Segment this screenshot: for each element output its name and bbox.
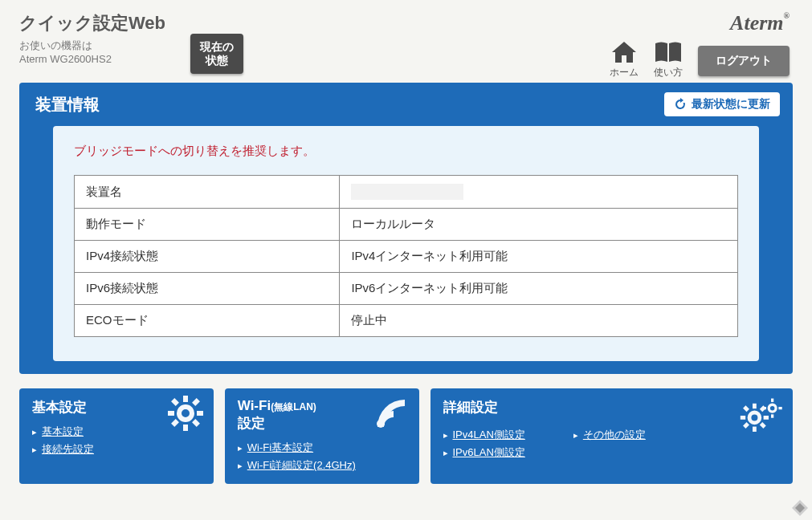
logout-button[interactable]: ログアウト [698, 46, 790, 76]
gears-icon [738, 395, 783, 432]
svg-point-9 [377, 420, 385, 428]
row-label: 装置名 [75, 176, 340, 209]
current-status-button[interactable]: 現在の 状態 [190, 34, 243, 74]
svg-rect-16 [753, 404, 757, 408]
link-ipv4-lan[interactable]: IPv4LAN側設定 [453, 429, 525, 441]
row-label: IPv4接続状態 [75, 241, 340, 273]
link-list: その他の設定 [573, 425, 646, 463]
link-wifi-detail-24[interactable]: Wi-Fi詳細設定(2.4GHz) [247, 459, 356, 471]
advanced-settings-card: 詳細設定 IPv4LAN側設定 IPv6LAN側設定 その他の設定 [430, 388, 794, 484]
table-row: 装置名 [75, 176, 738, 209]
svg-rect-18 [741, 416, 745, 420]
svg-rect-21 [760, 422, 766, 429]
list-item: Wi-Fi詳細設定(2.4GHz) [238, 458, 406, 473]
home-icon [610, 40, 638, 64]
panel-header: 装置情報 最新状態に更新 [19, 83, 793, 126]
table-row: 動作モード ローカルルータ [75, 209, 738, 241]
page-header: クイック設定Web お使いの機器は Aterm WG2600HS2 現在の 状態… [0, 0, 812, 73]
brand-logo: Aterm [730, 11, 790, 35]
refresh-button[interactable]: 最新状態に更新 [664, 92, 780, 116]
svg-rect-6 [192, 419, 200, 427]
row-label: 動作モード [75, 209, 340, 241]
row-label: ECOモード [75, 305, 340, 337]
link-columns: IPv4LAN側設定 IPv6LAN側設定 その他の設定 [443, 425, 781, 463]
svg-rect-3 [168, 411, 174, 416]
svg-rect-7 [192, 398, 200, 406]
svg-rect-1 [183, 396, 188, 402]
row-label: IPv6接続状態 [75, 273, 340, 305]
nav-home[interactable]: ホーム [610, 40, 639, 79]
table-row: IPv6接続状態 IPv6インターネット利用可能 [75, 273, 738, 305]
svg-rect-4 [197, 411, 203, 416]
svg-rect-23 [743, 422, 749, 429]
link-list: IPv4LAN側設定 IPv6LAN側設定 [443, 425, 525, 463]
link-list: Wi-Fi基本設定 Wi-Fi詳細設定(2.4GHz) [238, 441, 406, 473]
list-item: Wi-Fi基本設定 [238, 441, 406, 455]
panel-body: ブリッジモードへの切り替えを推奨します。 装置名 動作モード ローカルルータ I… [53, 126, 759, 361]
nav-howto[interactable]: 使い方 [653, 40, 683, 79]
list-item: IPv6LAN側設定 [443, 445, 525, 460]
row-value: ローカルルータ [340, 209, 738, 241]
link-connection-settings[interactable]: 接続先設定 [42, 443, 94, 455]
row-value: IPv4インターネット利用可能 [340, 241, 738, 273]
list-item: 接続先設定 [32, 442, 201, 457]
svg-point-0 [179, 407, 192, 420]
svg-rect-12 [771, 414, 773, 417]
svg-rect-19 [764, 416, 769, 420]
svg-rect-22 [760, 405, 766, 412]
row-value: 停止中 [340, 305, 738, 337]
svg-rect-17 [753, 427, 757, 432]
gear-icon [167, 395, 204, 432]
svg-rect-8 [171, 419, 179, 427]
link-basic-settings[interactable]: 基本設定 [42, 425, 84, 437]
device-info-panel: 装置情報 最新状態に更新 ブリッジモードへの切り替えを推奨します。 装置名 動作… [19, 83, 793, 374]
svg-rect-14 [778, 407, 781, 409]
wifi-icon [373, 395, 410, 432]
table-row: ECOモード 停止中 [75, 305, 738, 337]
link-ipv6-lan[interactable]: IPv6LAN側設定 [453, 446, 525, 458]
header-nav: ホーム 使い方 ログアウト [610, 40, 790, 79]
panel-title: 装置情報 [35, 94, 100, 116]
svg-rect-2 [183, 425, 188, 431]
svg-rect-5 [171, 398, 179, 406]
wifi-settings-card: Wi-Fi(無線LAN) 設定 Wi-Fi基本設定 Wi-Fi詳細設定(2.4G… [225, 388, 419, 484]
svg-point-10 [769, 404, 776, 412]
card-title: 詳細設定 [443, 398, 781, 416]
page-title: クイック設定Web [19, 11, 793, 35]
device-info-table: 装置名 動作モード ローカルルータ IPv4接続状態 IPv4インターネット利用… [74, 175, 738, 337]
settings-cards-row: 基本設定 基本設定 接続先設定 Wi-Fi(無線LAN) 設定 Wi-Fi基本設… [19, 388, 793, 484]
refresh-icon [674, 98, 687, 111]
bridge-mode-notice: ブリッジモードへの切り替えを推奨します。 [74, 144, 738, 159]
book-icon [653, 40, 683, 64]
link-wifi-basic[interactable]: Wi-Fi基本設定 [247, 441, 313, 453]
basic-settings-card: 基本設定 基本設定 接続先設定 [19, 388, 214, 484]
list-item: その他の設定 [573, 428, 646, 442]
row-value [340, 176, 738, 209]
link-other-settings[interactable]: その他の設定 [583, 429, 646, 441]
table-row: IPv4接続状態 IPv4インターネット利用可能 [75, 241, 738, 273]
svg-rect-20 [743, 405, 749, 412]
svg-point-15 [749, 412, 760, 423]
svg-rect-11 [771, 399, 773, 402]
list-item: IPv4LAN側設定 [443, 428, 525, 442]
redacted-value [351, 184, 463, 200]
row-value: IPv6インターネット利用可能 [340, 273, 738, 305]
